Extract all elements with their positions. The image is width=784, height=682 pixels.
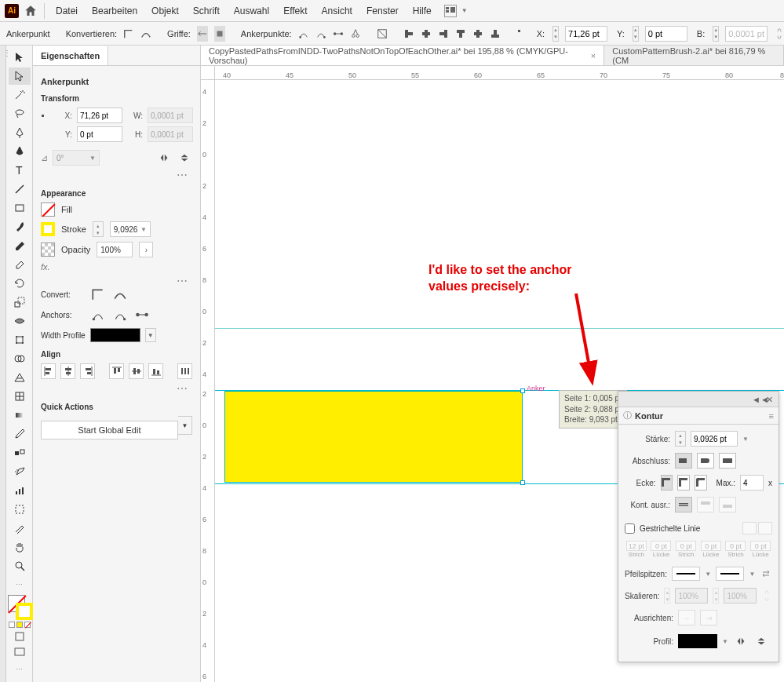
handles-show-icon[interactable] (197, 26, 208, 42)
ruler-origin[interactable] (201, 66, 215, 80)
opacity-value[interactable]: 100% (97, 242, 133, 257)
stroke-swatch[interactable] (16, 603, 33, 620)
yellow-rectangle[interactable] (224, 391, 523, 483)
pen-tool[interactable] (9, 124, 31, 141)
menu-bearbeiten[interactable]: Bearbeiten (87, 2, 142, 20)
join-round-btn[interactable] (677, 475, 690, 491)
flip-vertical-icon[interactable] (177, 150, 192, 166)
convert-smooth-icon[interactable] (140, 26, 151, 42)
menu-schrift[interactable]: Schrift (188, 2, 224, 20)
align-stroke-center-btn[interactable] (675, 497, 692, 512)
tool-options-icon[interactable]: ⋯ (16, 581, 23, 589)
none-mode-icon[interactable] (24, 622, 31, 628)
rectangle-tool[interactable] (9, 199, 31, 217)
scale-tool[interactable] (9, 294, 31, 311)
handles-hide-icon[interactable] (214, 26, 225, 42)
gradient-mode-icon[interactable] (16, 622, 23, 628)
weight-dropdown-icon[interactable]: ▼ (742, 436, 749, 443)
dashed-line-checkbox[interactable] (625, 523, 635, 534)
profile-select[interactable] (678, 634, 717, 648)
lasso-tool[interactable] (9, 105, 31, 122)
align-hc-icon[interactable] (421, 26, 432, 42)
cut-anchor-icon[interactable] (350, 26, 361, 42)
perspective-tool[interactable] (9, 369, 31, 386)
column-graph-tool[interactable] (9, 482, 31, 499)
appearance-more-icon[interactable]: ⋯ (41, 275, 189, 287)
swap-arrowheads-icon[interactable] (760, 566, 772, 582)
reference-point-widget[interactable] (41, 108, 52, 131)
weight-stepper[interactable]: ▲▼ (675, 431, 686, 447)
distribute-btn[interactable] (177, 363, 192, 379)
menu-effekt[interactable]: Effekt (279, 2, 312, 20)
eraser-tool[interactable] (9, 256, 31, 273)
menu-datei[interactable]: Datei (51, 2, 82, 20)
miter-limit-input[interactable] (740, 475, 764, 491)
shape-builder-tool[interactable] (9, 350, 31, 367)
align-hcenter-btn[interactable] (60, 363, 75, 379)
align-vb-icon[interactable] (490, 26, 501, 42)
width-profile-select[interactable] (90, 328, 140, 342)
opacity-swatch[interactable] (41, 243, 55, 257)
stroke-stepper[interactable]: ▲▼ (93, 221, 104, 237)
paintbrush-tool[interactable] (9, 218, 31, 235)
add-anchor-icon[interactable] (315, 26, 326, 42)
mesh-tool[interactable] (9, 388, 31, 405)
panel-menu-icon[interactable]: ≡ (769, 411, 774, 421)
align-bottom-btn[interactable] (148, 363, 163, 379)
weight-input[interactable] (691, 431, 738, 447)
align-right-btn[interactable] (80, 363, 95, 379)
rotate-tool[interactable] (9, 275, 31, 292)
artboard-tool[interactable] (9, 501, 31, 518)
blend-tool[interactable] (9, 444, 31, 461)
panel-collapse-icon[interactable]: ◄◄ (752, 395, 761, 404)
stroke-color-swatch[interactable] (41, 222, 55, 236)
convert-corner-icon[interactable] (123, 26, 134, 42)
menu-ansicht[interactable]: Ansicht (317, 2, 357, 20)
reference-point-icon[interactable] (516, 26, 527, 42)
horizontal-ruler[interactable]: 40 45 50 55 60 65 70 75 80 85 (215, 66, 784, 80)
zoom-tool[interactable] (9, 557, 31, 574)
menu-auswahl[interactable]: Auswahl (229, 2, 274, 20)
opacity-chevron-icon[interactable]: › (139, 242, 153, 257)
gradient-tool[interactable] (9, 407, 31, 424)
y-stepper[interactable]: ▲▼ (633, 26, 639, 42)
anchor-point-bottom[interactable] (520, 480, 525, 485)
constrain-proportions-icon[interactable] (774, 26, 784, 42)
connect-anchor-icon[interactable] (333, 26, 344, 42)
global-edit-dropdown-icon[interactable]: ▼ (178, 416, 192, 435)
menu-objekt[interactable]: Objekt (147, 2, 184, 20)
remove-anchor-icon[interactable] (298, 26, 309, 42)
document-tab-2[interactable]: CustomPatternBrush-2.ai* bei 816,79 % (C… (604, 46, 784, 65)
align-top-btn[interactable] (109, 363, 124, 379)
join-miter-btn[interactable] (661, 475, 673, 491)
align-vcenter-btn[interactable] (129, 363, 144, 379)
hand-tool[interactable] (9, 538, 31, 556)
stroke-panel[interactable]: ◄◄ ✕ ⓘ Kontur ≡ Stärke: ▲▼ ▼ Abschluss: (618, 391, 779, 662)
line-tool[interactable] (9, 181, 31, 198)
width-tool[interactable] (9, 312, 31, 330)
fill-color-swatch[interactable] (41, 202, 55, 217)
profile-flip-h-icon[interactable] (733, 633, 749, 649)
color-mode-icon[interactable] (9, 622, 15, 628)
menu-hilfe[interactable]: Hilfe (408, 2, 436, 20)
eyedropper-tool[interactable] (9, 425, 31, 443)
convert-corner-btn[interactable] (91, 287, 105, 301)
flip-horizontal-icon[interactable] (156, 150, 172, 166)
guide-line[interactable] (215, 328, 784, 329)
panel-tab-strip[interactable]: ⋮⋮ (0, 46, 6, 682)
arrowhead-start-select[interactable] (672, 567, 700, 581)
type-tool[interactable]: T (9, 162, 31, 179)
align-vt-icon[interactable] (455, 26, 466, 42)
selection-tool[interactable] (9, 49, 31, 66)
cap-butt-btn[interactable] (675, 453, 692, 469)
arrowhead-end-select[interactable] (716, 567, 744, 581)
b-stepper[interactable]: ▲▼ (713, 26, 719, 42)
connect-path-btn[interactable] (113, 308, 127, 322)
document-tab-1[interactable]: CopyPastedPathsFromINDD-TwoPathsNotOnTop… (201, 46, 604, 65)
transform-more-icon[interactable]: ⋯ (41, 169, 189, 181)
magic-wand-tool[interactable] (9, 86, 31, 104)
free-transform-tool[interactable] (9, 331, 31, 348)
screen-mode-icon[interactable] (9, 645, 31, 659)
convert-smooth-btn[interactable] (113, 287, 127, 301)
y-input[interactable] (645, 26, 687, 42)
